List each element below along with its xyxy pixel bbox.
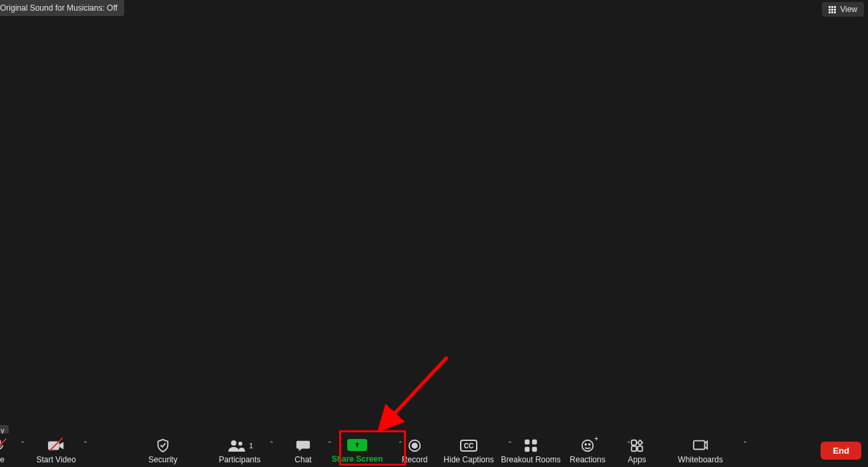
svg-rect-14 [632, 440, 636, 445]
svg-point-6 [412, 443, 417, 448]
svg-rect-16 [638, 446, 642, 451]
svg-point-12 [585, 444, 586, 445]
svg-point-3 [231, 440, 236, 446]
participants-label: Participants [219, 455, 261, 464]
svg-rect-8 [532, 440, 537, 444]
view-button[interactable]: View [822, 2, 864, 17]
top-bar: Original Sound for Musicians: Off View [0, 0, 868, 17]
participants-count: 1 [249, 442, 253, 450]
svg-rect-7 [525, 440, 529, 444]
svg-rect-9 [525, 447, 529, 452]
svg-rect-10 [532, 447, 537, 452]
mute-caret-icon[interactable]: ⌃ [20, 440, 25, 447]
svg-point-11 [582, 440, 594, 452]
view-label: View [840, 5, 857, 14]
svg-point-13 [589, 444, 590, 445]
whiteboards-icon [692, 438, 708, 454]
svg-line-19 [384, 357, 447, 425]
record-button[interactable]: Record [395, 434, 435, 467]
video-caret-icon[interactable]: ⌃ [83, 440, 88, 447]
svg-rect-17 [694, 441, 705, 450]
chat-button[interactable]: Chat [286, 434, 320, 467]
meeting-toolbar: ute ⌃ Start Video ⌃ Security [0, 434, 868, 467]
start-video-label: Start Video [36, 455, 75, 464]
hide-captions-label: Hide Captions [443, 455, 493, 464]
grid-icon [829, 6, 836, 13]
svg-rect-15 [632, 446, 636, 451]
original-sound-label: Original Sound for Musicians: Off [0, 3, 118, 13]
shield-icon [156, 438, 170, 454]
microphone-icon [0, 438, 5, 454]
original-sound-toggle[interactable]: Original Sound for Musicians: Off [0, 0, 124, 16]
end-button[interactable]: End [821, 442, 861, 460]
reactions-label: Reactions [570, 455, 605, 464]
breakout-label: Breakout Rooms [501, 455, 560, 464]
start-video-button[interactable]: Start Video [29, 434, 83, 467]
record-icon [407, 438, 422, 454]
apps-label: Apps [628, 455, 646, 464]
chat-label: Chat [294, 455, 311, 464]
apps-icon [630, 438, 644, 454]
share-screen-button[interactable]: Share Screen [331, 434, 384, 467]
end-label: End [833, 446, 849, 456]
whiteboards-button[interactable]: Whiteboards [674, 434, 727, 467]
annotation-arrow-icon [371, 350, 457, 437]
mute-button[interactable]: ute [0, 434, 15, 467]
record-label: Record [402, 455, 428, 464]
whiteboards-label: Whiteboards [678, 455, 722, 464]
closed-captions-icon: CC [460, 438, 477, 454]
breakout-rooms-icon [523, 438, 538, 454]
participants-button[interactable]: 1 Participants [213, 434, 266, 467]
security-label: Security [148, 455, 177, 464]
participants-icon: 1 [226, 438, 253, 454]
svg-point-4 [238, 442, 242, 446]
video-icon [47, 438, 65, 454]
plus-icon: + [594, 435, 598, 442]
reactions-button[interactable]: + Reactions [564, 434, 611, 467]
participants-caret-icon[interactable]: ⌃ [269, 440, 274, 447]
chat-icon [296, 438, 310, 454]
share-screen-label: Share Screen [332, 454, 383, 464]
hide-captions-button[interactable]: CC Hide Captions [440, 434, 497, 467]
reactions-icon: + [580, 438, 595, 454]
breakout-rooms-button[interactable]: Breakout Rooms [497, 434, 564, 467]
whiteboards-caret-icon[interactable]: ⌃ [742, 440, 748, 447]
security-button[interactable]: Security [140, 434, 186, 467]
share-screen-icon [347, 437, 367, 453]
apps-button[interactable]: Apps [620, 434, 654, 467]
mute-label: ute [0, 455, 5, 464]
